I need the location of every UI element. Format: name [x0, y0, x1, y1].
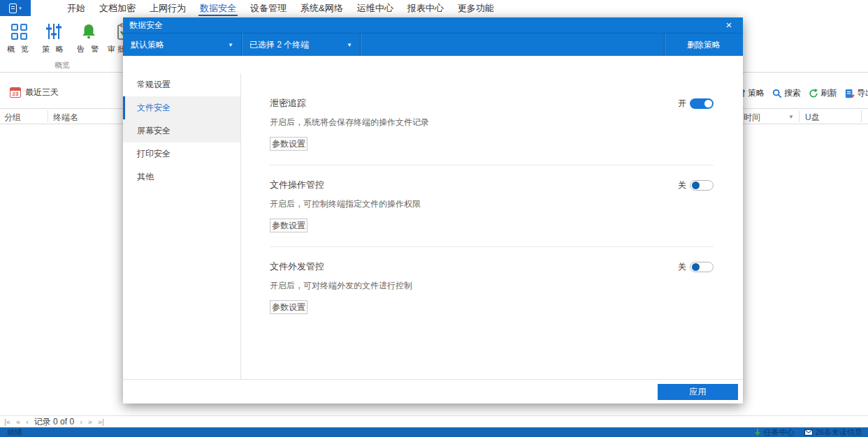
background-toolbar: 策略 搜索 刷新 导出: [737, 87, 868, 99]
file-operation-toggle[interactable]: [690, 180, 714, 191]
export-tool-button[interactable]: 导出: [845, 87, 868, 99]
menu-tabs: 开始 文档加密 上网行为 数据安全 设备管理 系统&网络 运维中心 报表中心 更…: [67, 0, 494, 16]
status-ready-label: 就绪: [7, 427, 22, 437]
search-icon: [772, 89, 782, 98]
refresh-tool-button[interactable]: 刷新: [809, 87, 837, 99]
app-menu-button[interactable]: ▾: [0, 0, 31, 16]
section-header: 文件外发管控 关: [270, 260, 714, 273]
param-settings-button[interactable]: 参数设置: [270, 137, 308, 151]
export-tool-label: 导出: [857, 87, 868, 99]
statusbar: 就绪 任务中心 26条未读信息: [0, 427, 868, 437]
page-last-button[interactable]: »|: [98, 417, 104, 426]
sidebar-item-file-security[interactable]: 文件安全: [123, 96, 240, 119]
dialog-footer: 应用: [123, 379, 743, 403]
toggle-state-label: 关: [678, 179, 686, 191]
pagination-bar: |« « ‹ 记录 0 of 0 › » »|: [0, 415, 868, 427]
chevron-down-icon: ▾: [19, 6, 22, 11]
param-settings-button[interactable]: 参数设置: [270, 300, 308, 314]
section-title: 泄密追踪: [270, 97, 306, 110]
tab-ops-center[interactable]: 运维中心: [357, 0, 393, 16]
leak-tracking-toggle[interactable]: [690, 98, 714, 109]
column-header-terminal[interactable]: 终端名: [53, 112, 78, 124]
section-leak-tracking: 泄密追踪 开 开启后，系统将会保存终端的操作文件记录 参数设置: [270, 97, 714, 151]
policy-tool-label: 策略: [748, 87, 765, 99]
sidebar-item-general[interactable]: 常规设置: [123, 73, 240, 96]
column-divider: [799, 110, 800, 122]
export-icon: [845, 89, 855, 98]
column-header-group[interactable]: 分组: [4, 112, 21, 124]
column-header-usb[interactable]: U盘: [805, 112, 820, 124]
task-center-button[interactable]: 任务中心: [754, 427, 795, 437]
search-tool-button[interactable]: 搜索: [772, 87, 801, 99]
dialog-title: 数据安全: [129, 20, 721, 31]
policy-dropdown[interactable]: 默认策略 ▼: [123, 34, 241, 56]
bell-icon: [80, 22, 98, 40]
ribbon-policy-button[interactable]: 策 略: [38, 16, 70, 54]
param-settings-button[interactable]: 参数设置: [270, 218, 308, 232]
page-next-button[interactable]: ›: [80, 417, 82, 426]
envelope-icon: [804, 429, 813, 436]
sidebar-item-other[interactable]: 其他: [123, 165, 240, 188]
toggle-group: 开: [678, 98, 714, 110]
section-header: 泄密追踪 开: [270, 97, 714, 110]
search-tool-label: 搜索: [784, 87, 801, 99]
ribbon-alert-button[interactable]: 告 警: [73, 16, 105, 54]
column-divider: [48, 110, 48, 122]
ribbon-overview-label: 概 览: [3, 44, 35, 54]
section-description: 开启后，可对终端外发的文件进行控制: [270, 280, 714, 292]
terminal-dropdown-label: 已选择 2 个终端: [249, 39, 347, 51]
tab-device-mgmt[interactable]: 设备管理: [250, 0, 287, 16]
tab-start[interactable]: 开始: [67, 0, 85, 16]
section-title: 文件操作管控: [270, 179, 324, 191]
page-first-button[interactable]: |«: [4, 417, 10, 426]
tab-doc-encrypt[interactable]: 文档加密: [99, 0, 136, 16]
app-logo-icon: [9, 3, 17, 13]
section-title: 文件外发管控: [270, 260, 324, 273]
section-file-outgoing: 文件外发管控 关 开启后，可对终端外发的文件进行控制 参数设置: [270, 260, 714, 314]
toggle-group: 关: [678, 261, 714, 273]
tab-data-security[interactable]: 数据安全: [200, 0, 236, 16]
sidebar-item-print-security[interactable]: 打印安全: [123, 142, 240, 165]
close-icon[interactable]: ×: [721, 17, 737, 33]
section-description: 开启后，可控制终端指定文件的操作权限: [270, 198, 714, 210]
ribbon-alert-label: 告 警: [73, 44, 105, 54]
section-file-operation: 文件操作管控 关 开启后，可控制终端指定文件的操作权限 参数设置: [270, 179, 714, 232]
page-fast-prev-button[interactable]: «: [16, 417, 20, 426]
data-security-dialog: 数据安全 × 默认策略 ▼ 已选择 2 个终端 ▼ 删除策略 常规设置 文件安全…: [123, 17, 743, 403]
dialog-content: 泄密追踪 开 开启后，系统将会保存终端的操作文件记录 参数设置 文件操作管控: [241, 73, 743, 379]
terminal-dropdown[interactable]: 已选择 2 个终端 ▼: [242, 34, 360, 56]
unread-messages-button[interactable]: 26条未读信息: [804, 427, 862, 437]
unread-messages-label: 26条未读信息: [816, 427, 862, 437]
ribbon-overview-button[interactable]: 概 览: [3, 16, 35, 54]
tab-system-network[interactable]: 系统&网络: [301, 0, 343, 16]
toolbar-spacer: [361, 34, 664, 56]
file-outgoing-toggle[interactable]: [690, 262, 714, 272]
sliders-icon: [45, 22, 63, 40]
toggle-state-label: 开: [678, 98, 686, 110]
column-divider: [861, 110, 862, 122]
tab-more[interactable]: 更多功能: [458, 0, 494, 16]
dialog-titlebar: 数据安全 ×: [123, 17, 743, 33]
section-header: 文件操作管控 关: [270, 179, 714, 191]
ribbon-group-label: 概览: [31, 60, 94, 71]
dialog-toolbar: 默认策略 ▼ 已选择 2 个终端 ▼ 删除策略: [123, 33, 743, 56]
tab-data-security-label: 数据安全: [200, 3, 236, 13]
toggle-state-label: 关: [678, 261, 686, 273]
chevron-down-icon: ▼: [228, 42, 233, 48]
section-divider: [270, 246, 714, 247]
sidebar-item-screen-security[interactable]: 屏幕安全: [123, 119, 240, 142]
chevron-down-icon: ▼: [347, 42, 352, 48]
page-prev-button[interactable]: ‹: [26, 417, 29, 426]
page-fast-next-button[interactable]: »: [88, 417, 92, 426]
tab-web-behavior[interactable]: 上网行为: [150, 0, 186, 16]
toggle-group: 关: [678, 179, 714, 191]
menubar: ▾ 开始 文档加密 上网行为 数据安全 设备管理 系统&网络 运维中心 报表中心…: [0, 0, 868, 16]
ribbon-policy-label: 策 略: [38, 44, 70, 54]
delete-policy-button[interactable]: 删除策略: [665, 34, 743, 56]
apply-button[interactable]: 应用: [658, 384, 738, 400]
date-filter[interactable]: 23 最近三天: [10, 87, 59, 98]
tab-report-center[interactable]: 报表中心: [407, 0, 444, 16]
column-header-time[interactable]: 时间: [744, 112, 760, 124]
filter-caret-icon[interactable]: ▼: [788, 114, 794, 120]
calendar-icon: 23: [10, 87, 21, 98]
